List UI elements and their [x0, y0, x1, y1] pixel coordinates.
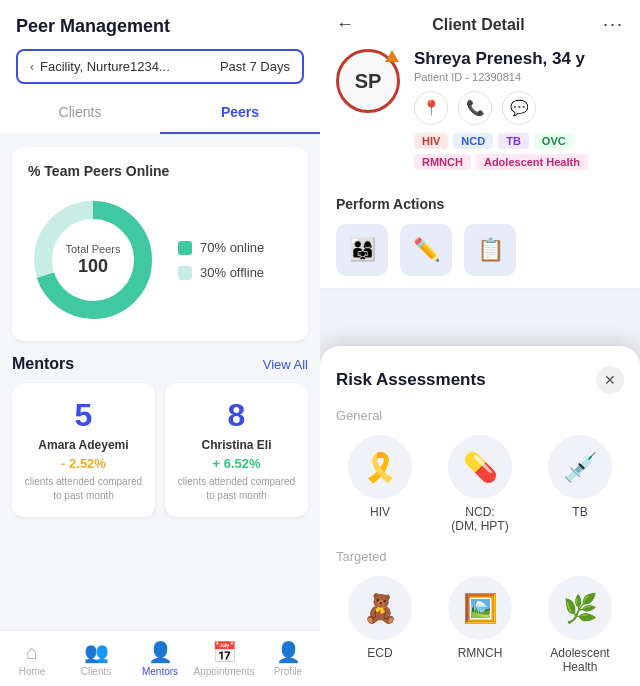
mentor-change-0: - 2.52%	[22, 456, 145, 471]
page-title: Peer Management	[16, 16, 304, 37]
targeted-section-label: Targeted	[336, 549, 624, 564]
risk-item-hiv[interactable]: 🎗️ HIV	[336, 435, 424, 533]
perform-actions-section: Perform Actions 👨‍👩‍👧 ✏️ 📋	[320, 184, 640, 289]
risk-modal-title: Risk Assessments	[336, 370, 486, 390]
mentors-title: Mentors	[12, 355, 74, 373]
legend-online: 70% online	[178, 240, 264, 255]
mentors-header: Mentors View All	[12, 355, 308, 373]
mentor-name-1: Christina Eli	[175, 438, 298, 452]
tag-rmnch: RMNCH	[414, 154, 471, 170]
perform-actions-title: Perform Actions	[336, 196, 624, 212]
nav-clients[interactable]: 👥 Clients	[64, 634, 128, 683]
nav-home-label: Home	[19, 666, 46, 677]
mentor-desc-0: clients attended compared to past month	[22, 475, 145, 503]
targeted-risk-items: 🧸 ECD 🖼️ RMNCH 🌿 AdolescentHealth	[336, 576, 624, 674]
donut-section: Total Peers 100 70% online 30% offline	[28, 195, 292, 325]
nav-appointments[interactable]: 📅 Appointments	[192, 634, 256, 683]
back-button[interactable]: ←	[336, 14, 354, 35]
ecd-icon: 🧸	[348, 576, 412, 640]
family-action-button[interactable]: 👨‍👩‍👧	[336, 224, 388, 276]
client-meta: Shreya Prenesh, 34 y Patient ID - 123908…	[414, 49, 624, 170]
client-detail-title: Client Detail	[432, 16, 524, 34]
nav-clients-label: Clients	[81, 666, 112, 677]
donut-chart: Total Peers 100	[28, 195, 158, 325]
alert-triangle-icon	[385, 50, 399, 62]
donut-legend: 70% online 30% offline	[178, 240, 264, 280]
general-section-label: General	[336, 408, 624, 423]
tb-label: TB	[572, 505, 587, 519]
bottom-nav: ⌂ Home 👥 Clients 👤 Mentors 📅 Appointment…	[0, 630, 320, 686]
whatsapp-icon-button[interactable]: 💬	[502, 91, 536, 125]
ncd-label: NCD:(DM, HPT)	[451, 505, 508, 533]
tb-icon: 💉	[548, 435, 612, 499]
mentors-icon: 👤	[148, 640, 173, 664]
risk-item-adolescent[interactable]: 🌿 AdolescentHealth	[536, 576, 624, 674]
mentor-count-0: 5	[22, 397, 145, 434]
legend-online-dot	[178, 241, 192, 255]
client-detail-top: ← Client Detail ···	[336, 14, 624, 35]
risk-item-ecd[interactable]: 🧸 ECD	[336, 576, 424, 674]
risk-modal-header: Risk Assessments ✕	[336, 366, 624, 394]
chevron-left-icon: ‹	[30, 60, 34, 74]
nav-profile[interactable]: 👤 Profile	[256, 634, 320, 683]
avatar: SP	[336, 49, 400, 113]
mentor-card-1: 8 Christina Eli + 6.52% clients attended…	[165, 383, 308, 517]
donut-label-text: Total Peers	[65, 242, 120, 256]
tag-adolescent-health: Adolescent Health	[476, 154, 588, 170]
rmnch-icon: 🖼️	[448, 576, 512, 640]
right-panel: ← Client Detail ··· SP Shreya Prenesh, 3…	[320, 0, 640, 686]
mentor-change-1: + 6.52%	[175, 456, 298, 471]
client-action-icons: 📍 📞 💬	[414, 91, 624, 125]
risk-item-rmnch[interactable]: 🖼️ RMNCH	[436, 576, 524, 674]
nav-mentors[interactable]: 👤 Mentors	[128, 634, 192, 683]
tag-ovc: OVC	[534, 133, 574, 149]
view-all-button[interactable]: View All	[263, 357, 308, 372]
document-action-button[interactable]: 📋	[464, 224, 516, 276]
call-icon-button[interactable]: 📞	[458, 91, 492, 125]
risk-item-ncd[interactable]: 💊 NCD:(DM, HPT)	[436, 435, 524, 533]
tag-ncd: NCD	[453, 133, 493, 149]
more-options-button[interactable]: ···	[603, 14, 624, 35]
clients-icon: 👥	[84, 640, 109, 664]
legend-offline-label: 30% offline	[200, 265, 264, 280]
tag-tb: TB	[498, 133, 529, 149]
ncd-icon: 💊	[448, 435, 512, 499]
profile-icon: 👤	[276, 640, 301, 664]
left-panel: Peer Management ‹ Facility, Nurture1234.…	[0, 0, 320, 686]
close-modal-button[interactable]: ✕	[596, 366, 624, 394]
location-icon-button[interactable]: 📍	[414, 91, 448, 125]
general-risk-items: 🎗️ HIV 💊 NCD:(DM, HPT) 💉 TB	[336, 435, 624, 533]
tab-bar: Clients Peers	[0, 92, 320, 135]
donut-title: % Team Peers Online	[28, 163, 292, 179]
nav-home[interactable]: ⌂ Home	[0, 635, 64, 683]
mentor-desc-1: clients attended compared to past month	[175, 475, 298, 503]
nav-mentors-label: Mentors	[142, 666, 178, 677]
client-detail-header: ← Client Detail ··· SP Shreya Prenesh, 3…	[320, 0, 640, 184]
legend-offline: 30% offline	[178, 265, 264, 280]
left-header: Peer Management ‹ Facility, Nurture1234.…	[0, 0, 320, 92]
home-icon: ⌂	[26, 641, 38, 664]
client-name: Shreya Prenesh, 34 y	[414, 49, 624, 69]
risk-item-tb[interactable]: 💉 TB	[536, 435, 624, 533]
risk-assessments-modal: Risk Assessments ✕ General 🎗️ HIV 💊 NCD:…	[320, 346, 640, 686]
client-tags: HIV NCD TB OVC RMNCH Adolescent Health	[414, 133, 624, 170]
legend-online-label: 70% online	[200, 240, 264, 255]
appointments-icon: 📅	[212, 640, 237, 664]
donut-label: Total Peers 100	[65, 242, 120, 277]
ecd-label: ECD	[367, 646, 392, 660]
client-info: SP Shreya Prenesh, 34 y Patient ID - 123…	[336, 49, 624, 184]
perform-action-buttons: 👨‍👩‍👧 ✏️ 📋	[336, 224, 624, 276]
nav-profile-label: Profile	[274, 666, 302, 677]
hiv-icon: 🎗️	[348, 435, 412, 499]
avatar-initials: SP	[355, 70, 382, 93]
donut-card: % Team Peers Online Total Peers 100	[12, 147, 308, 341]
tag-hiv: HIV	[414, 133, 448, 149]
left-content: % Team Peers Online Total Peers 100	[0, 135, 320, 686]
edit-action-button[interactable]: ✏️	[400, 224, 452, 276]
facility-period: Past 7 Days	[220, 59, 290, 74]
facility-selector[interactable]: ‹ Facility, Nurture1234... Past 7 Days	[16, 49, 304, 84]
tab-peers[interactable]: Peers	[160, 92, 320, 134]
donut-total-value: 100	[65, 257, 120, 278]
adolescent-icon: 🌿	[548, 576, 612, 640]
tab-clients[interactable]: Clients	[0, 92, 160, 134]
